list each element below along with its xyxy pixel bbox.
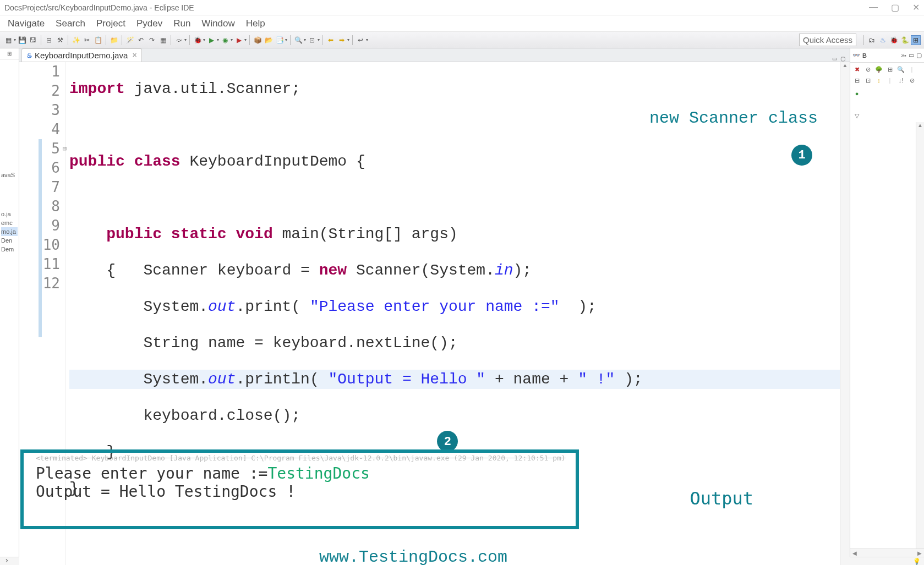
editor-tab-label: KeyboardInputDemo.java xyxy=(35,51,128,60)
toggle-icon[interactable]: ⊟ xyxy=(44,35,54,45)
editor-tab-keyboardinputdemo[interactable]: ♨ KeyboardInputDemo.java ✕ xyxy=(21,48,142,62)
type-hier-icon[interactable]: 📑 xyxy=(275,35,285,45)
outline-icon[interactable]: 👓 xyxy=(852,52,860,59)
java-persp-icon[interactable]: ♨ xyxy=(878,35,888,45)
menu-project[interactable]: Project xyxy=(91,16,131,31)
nav-tool-icon[interactable]: 🔍 xyxy=(293,35,303,45)
annotation-output: Output xyxy=(690,488,753,509)
debug-persp-icon[interactable]: 🐞 xyxy=(889,35,899,45)
menu-search[interactable]: Search xyxy=(50,16,91,31)
menu-run[interactable]: Run xyxy=(168,16,196,31)
menu-navigate[interactable]: Navigate xyxy=(2,16,50,31)
outline-remove-icon[interactable]: ✖ xyxy=(852,65,861,74)
side-item[interactable]: Den xyxy=(1,236,18,245)
annotation-badge-1: 1 xyxy=(791,145,812,166)
tab-close-icon[interactable]: ✕ xyxy=(132,52,137,59)
pydev-persp-icon[interactable]: 🐍 xyxy=(900,35,910,45)
side-item[interactable]: emc xyxy=(1,218,18,227)
restore-view-icon[interactable]: ⊞ xyxy=(0,48,19,59)
center-area: ♨ KeyboardInputDemo.java ✕ ▭ ▢ 1234 5⊟ 6… xyxy=(19,48,850,557)
new-icon[interactable]: ▦ xyxy=(3,35,13,45)
last-edit-icon[interactable]: ↩ xyxy=(356,35,365,45)
menu-window[interactable]: Window xyxy=(196,16,240,31)
cut-icon[interactable]: ✂ xyxy=(82,35,92,45)
outline-hide-icon[interactable]: ↓! xyxy=(896,76,905,85)
editor-area: ♨ KeyboardInputDemo.java ✕ ▭ ▢ 1234 5⊟ 6… xyxy=(19,48,850,433)
save-all-icon[interactable]: 🖫 xyxy=(28,35,38,45)
left-sidebar: ⊞ avaS o.ja emc mo.ja Den Dem xyxy=(0,48,19,557)
coverage-icon[interactable]: ◉ xyxy=(220,35,230,45)
save-icon[interactable]: 💾 xyxy=(17,35,27,45)
paste-icon[interactable]: 📋 xyxy=(93,35,103,45)
other-persp-icon[interactable]: ⊞ xyxy=(911,35,921,45)
workspace: ⊞ avaS o.ja emc mo.ja Den Dem ♨ Keyboard… xyxy=(0,48,924,557)
outline-collapse-icon[interactable]: ↕ xyxy=(874,76,883,85)
console-user-input: TestingDocs xyxy=(267,464,369,482)
console-prompt-text: Please enter your name := xyxy=(36,464,267,482)
back-icon[interactable]: ⬅ xyxy=(326,35,336,45)
open-type-icon[interactable]: 📂 xyxy=(264,35,274,45)
editor-tabs: ♨ KeyboardInputDemo.java ✕ ▭ ▢ xyxy=(19,48,850,62)
wand-icon[interactable]: 🪄 xyxy=(125,35,135,45)
fold-ruler xyxy=(39,139,42,337)
redo-icon[interactable]: ↷ xyxy=(147,35,157,45)
minimize-icon[interactable]: — xyxy=(869,2,878,13)
side-item[interactable]: mo.ja xyxy=(1,227,18,236)
outline-hscrollbar[interactable]: ◀▶ xyxy=(850,548,924,557)
editor-max-icon[interactable]: ▢ xyxy=(840,56,845,62)
outline-tabs: 👓 B »₂ ▭ ▢ xyxy=(850,48,924,63)
quick-access-input[interactable]: Quick Access xyxy=(799,34,856,46)
outline-class-icon[interactable]: ● xyxy=(852,89,861,98)
annotation-badge-2: 2 xyxy=(437,431,458,452)
outline-b-label: B xyxy=(862,52,867,59)
console-launch-info: <terminated> KeyboardInputDemo [Java App… xyxy=(36,454,833,462)
side-javas[interactable]: avaS xyxy=(1,171,18,179)
menu-bar: Navigate Search Project Pydev Run Window… xyxy=(0,15,924,32)
side-item[interactable]: Dem xyxy=(1,245,18,254)
package-explorer-trunc: avaS o.ja emc mo.ja Den Dem xyxy=(0,169,19,255)
right-sidebar: 👓 B »₂ ▭ ▢ ✖ ⊘ 🌳 ⊞ 🔍 | ⊟ ⊡ ↕ | ↓! ⊘ ● ▽ xyxy=(850,48,924,557)
new-pkg-icon[interactable]: 📦 xyxy=(253,35,263,45)
outline-tree-icon[interactable]: 🌳 xyxy=(874,65,883,74)
outline-filter-icon[interactable]: ⊞ xyxy=(885,65,894,74)
outline-menu-icon[interactable]: ▽ xyxy=(852,111,861,120)
grid-icon[interactable]: ▦ xyxy=(158,35,168,45)
outline-expand-icon[interactable]: ⊡ xyxy=(863,76,872,85)
magic-icon[interactable]: ✨ xyxy=(71,35,81,45)
tip-bulb-icon[interactable]: 💡 xyxy=(913,558,921,565)
ext-tools-icon[interactable]: ▶ xyxy=(234,35,244,45)
skip-icon[interactable]: ⤼ xyxy=(174,35,184,45)
annotation-url: www.TestingDocs.com xyxy=(319,548,507,565)
bottom-panel: ▣ Console ✕ ⊘ Problems ▣ Debug Shell 2 ▭… xyxy=(19,433,850,557)
annotation-new-scanner: new Scanner class xyxy=(649,109,818,128)
outline-search-icon[interactable]: 🔍 xyxy=(896,65,905,74)
outline-min-icon[interactable]: ▭ xyxy=(909,52,914,59)
side-item[interactable]: o.ja xyxy=(1,210,18,218)
outline-toolbar2: ● ▽ xyxy=(850,87,924,122)
menu-help[interactable]: Help xyxy=(240,16,271,31)
outline-link-icon[interactable]: »₂ xyxy=(901,52,906,58)
maximize-icon[interactable]: ▢ xyxy=(891,2,899,13)
outline-max-icon[interactable]: ▢ xyxy=(916,52,922,59)
main-toolbar: ▦▾ 💾 🖫 ⊟ ⚒ ✨ ✂ 📋 📁 🪄 ↶ ↷ ▦ ⤼▾ 🐞▾ ▶▾ ◉▾ ▶… xyxy=(0,32,924,48)
open-persp-icon[interactable]: 🗂 xyxy=(867,35,877,45)
pick-icon[interactable]: ⊡ xyxy=(307,35,317,45)
build-icon[interactable]: ⚒ xyxy=(55,35,65,45)
menu-pydev[interactable]: Pydev xyxy=(131,16,168,31)
expand-chevron-icon[interactable]: › xyxy=(6,556,8,564)
outline-vscrollbar[interactable]: ▲ xyxy=(916,122,924,548)
window-title: DocsProject/src/KeyboardInputDemo.java -… xyxy=(4,3,869,12)
outline-hide2-icon[interactable]: ⊘ xyxy=(907,76,916,85)
outline-break-icon[interactable]: ⊘ xyxy=(863,65,872,74)
console-output[interactable]: <terminated> KeyboardInputDemo [Java App… xyxy=(19,449,850,548)
folder-icon[interactable]: 📁 xyxy=(109,35,119,45)
editor-min-icon[interactable]: ▭ xyxy=(832,56,837,62)
outline-toolbar: ✖ ⊘ 🌳 ⊞ 🔍 | ⊟ ⊡ ↕ | ↓! ⊘ xyxy=(850,63,924,87)
undo-icon[interactable]: ↶ xyxy=(136,35,146,45)
run-icon[interactable]: ▶ xyxy=(206,35,216,45)
close-icon[interactable]: ✕ xyxy=(912,2,920,13)
title-bar: DocsProject/src/KeyboardInputDemo.java -… xyxy=(0,0,924,15)
fwd-icon[interactable]: ➡ xyxy=(337,35,347,45)
outline-sort-icon[interactable]: ⊟ xyxy=(852,76,861,85)
debug-icon[interactable]: 🐞 xyxy=(193,35,203,45)
